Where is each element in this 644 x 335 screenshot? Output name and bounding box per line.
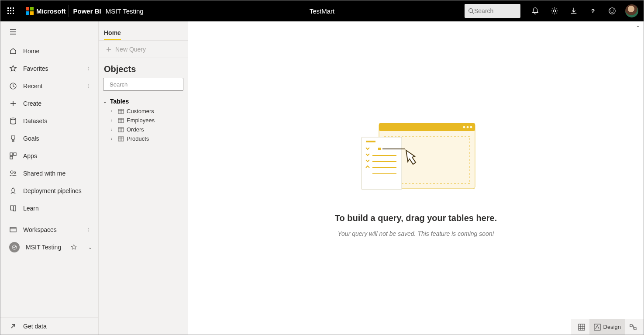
- chevron-right-icon: 〉: [87, 227, 92, 233]
- empty-state-subtitle: Your query will not be saved. This featu…: [338, 230, 494, 237]
- nav-apps[interactable]: Apps: [0, 147, 98, 165]
- tab-home[interactable]: Home: [104, 26, 121, 40]
- trophy-icon: [9, 135, 17, 142]
- svg-point-18: [610, 10, 611, 10]
- svg-rect-11: [26, 11, 29, 15]
- table-item-orders[interactable]: › Orders: [101, 125, 185, 134]
- table-item-customers[interactable]: › Customers: [101, 107, 185, 116]
- empty-state: To build a query, drag your tables here.…: [188, 21, 644, 335]
- settings-button[interactable]: [546, 0, 563, 21]
- table-label: Products: [127, 135, 149, 142]
- nav-favorites[interactable]: Favorites 〉: [0, 60, 98, 77]
- svg-point-19: [613, 10, 614, 10]
- app-launcher-button[interactable]: [0, 0, 21, 21]
- gear-icon: [551, 7, 558, 15]
- feedback-button[interactable]: [603, 0, 621, 21]
- toolbar-row: New Query: [99, 41, 188, 58]
- nav-current-workspace-label: MSIT Testing: [26, 244, 61, 251]
- new-query-button[interactable]: New Query: [103, 44, 148, 55]
- chevron-right-icon: ›: [111, 118, 115, 123]
- nav-recent-label: Recent: [23, 83, 42, 90]
- svg-point-39: [470, 126, 472, 128]
- nav-recent[interactable]: Recent 〉: [0, 77, 98, 95]
- grid-view-button[interactable]: [574, 319, 589, 335]
- svg-rect-12: [30, 11, 34, 15]
- nav-get-data[interactable]: Get data: [0, 317, 98, 335]
- product-name[interactable]: Power BI: [69, 7, 106, 15]
- table-icon: [118, 127, 124, 133]
- nav-shared[interactable]: Shared with me: [0, 165, 98, 182]
- table-label: Orders: [127, 126, 144, 133]
- microsoft-logo-icon: [26, 7, 34, 15]
- nav-goals[interactable]: Goals: [0, 130, 98, 147]
- svg-point-13: [469, 9, 473, 13]
- arrow-upright-icon: [9, 322, 17, 330]
- collapse-ribbon-button[interactable]: ⌄: [636, 22, 640, 28]
- help-icon: ?: [589, 7, 597, 15]
- design-icon: [594, 324, 601, 331]
- svg-rect-42: [366, 141, 375, 142]
- svg-point-17: [609, 8, 615, 14]
- workspace-breadcrumb[interactable]: MSIT Testing: [106, 7, 144, 15]
- nav-current-workspace[interactable]: MSIT Testing ⌄: [0, 238, 98, 256]
- svg-rect-6: [7, 13, 9, 14]
- left-navigation: Home Favorites 〉 Recent 〉 Create Dataset…: [0, 21, 99, 335]
- star-icon: [9, 65, 17, 73]
- home-icon: [9, 47, 17, 55]
- people-icon: [9, 169, 17, 177]
- nav-home[interactable]: Home: [0, 42, 98, 60]
- database-icon: [9, 117, 17, 125]
- objects-search[interactable]: [103, 78, 183, 91]
- rocket-icon: [9, 187, 17, 195]
- svg-point-38: [466, 126, 468, 128]
- svg-rect-7: [10, 13, 11, 14]
- nav-create-label: Create: [23, 100, 41, 107]
- related-view-button[interactable]: [625, 319, 641, 335]
- chevron-right-icon: ›: [111, 136, 115, 141]
- svg-point-28: [12, 245, 17, 249]
- apps-icon: [9, 152, 17, 160]
- chevron-right-icon: ›: [111, 127, 115, 132]
- new-query-label: New Query: [115, 46, 146, 53]
- nav-toggle-button[interactable]: [0, 21, 98, 42]
- empty-state-title: To build a query, drag your tables here.: [335, 213, 497, 223]
- toolbar-divider: [153, 44, 153, 55]
- table-item-products[interactable]: › Products: [101, 134, 185, 143]
- tables-group-header[interactable]: ⌄ Tables: [101, 96, 185, 107]
- svg-rect-22: [10, 153, 13, 155]
- nav-pipelines[interactable]: Deployment pipelines: [0, 182, 98, 200]
- microsoft-label: Microsoft: [36, 7, 66, 15]
- user-avatar[interactable]: [625, 4, 638, 17]
- download-icon: [570, 7, 578, 15]
- nav-learn[interactable]: Learn: [0, 200, 98, 217]
- notifications-button[interactable]: [527, 0, 544, 21]
- plus-icon: [106, 46, 112, 52]
- nav-workspaces[interactable]: Workspaces 〉: [0, 221, 98, 238]
- objects-heading: Objects: [99, 58, 188, 78]
- table-icon: [118, 108, 124, 114]
- nav-create[interactable]: Create: [0, 95, 98, 112]
- objects-panel: Home New Query Objects ⌄ Tables › Custom…: [99, 21, 188, 335]
- global-search[interactable]: [465, 4, 520, 18]
- global-search-input[interactable]: [474, 7, 513, 14]
- svg-rect-49: [579, 324, 585, 330]
- nav-pipelines-label: Deployment pipelines: [23, 187, 82, 194]
- table-icon: [118, 136, 124, 142]
- table-item-employees[interactable]: › Employees: [101, 116, 185, 125]
- tables-group-label: Tables: [110, 98, 129, 105]
- download-button[interactable]: [565, 0, 582, 21]
- query-canvas[interactable]: ⌄ To build a query, drag your: [188, 21, 644, 335]
- svg-line-14: [472, 12, 474, 14]
- header-actions: ?: [465, 0, 644, 21]
- svg-rect-43: [378, 148, 381, 150]
- help-button[interactable]: ?: [584, 0, 602, 21]
- design-view-button[interactable]: Design: [589, 319, 625, 335]
- nav-home-label: Home: [23, 48, 39, 55]
- svg-rect-23: [14, 153, 16, 155]
- premium-icon: [71, 244, 77, 250]
- nav-goals-label: Goals: [23, 135, 39, 142]
- grid-icon: [578, 324, 585, 331]
- objects-search-input[interactable]: [110, 81, 183, 88]
- nav-datasets[interactable]: Datasets: [0, 112, 98, 130]
- svg-rect-9: [26, 7, 29, 10]
